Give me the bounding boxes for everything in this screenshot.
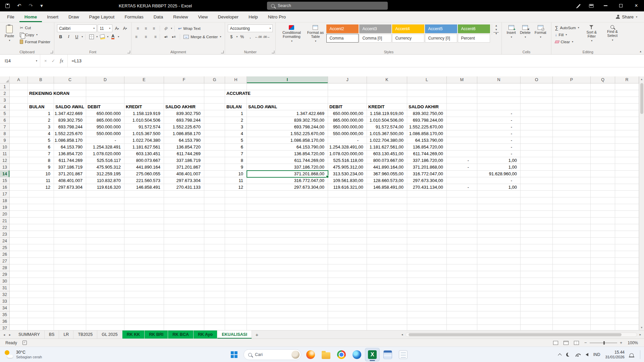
cell-R23[interactable] xyxy=(615,231,639,238)
cell-C10[interactable]: 64.153.790 xyxy=(54,144,86,150)
cell-Q10[interactable] xyxy=(591,144,615,150)
cell-B7[interactable]: 3 xyxy=(28,124,54,130)
cell-O23[interactable] xyxy=(521,231,553,238)
cell-I24[interactable] xyxy=(247,238,328,244)
cell-K21[interactable] xyxy=(367,218,407,224)
row-header-25[interactable]: 25 xyxy=(0,244,10,251)
column-header-E[interactable]: E xyxy=(124,76,164,83)
cell-C12[interactable]: 611.744.269 xyxy=(54,157,86,164)
cell-L14[interactable]: 316.772.047,00 xyxy=(407,171,447,177)
ribbon-tab-nitro-pro[interactable]: Nitro Pro xyxy=(263,11,291,22)
cell-P20[interactable] xyxy=(553,211,591,218)
cell-N16[interactable]: 1,00 xyxy=(477,184,521,191)
new-sheet-button[interactable]: + xyxy=(252,330,262,339)
font-name-combo[interactable]: Calibri▾ xyxy=(57,24,97,32)
cell-Q35[interactable] xyxy=(591,311,615,318)
cell-C26[interactable] xyxy=(54,251,86,258)
cell-J17[interactable] xyxy=(328,191,367,197)
cell-D14[interactable]: 312.259.195 xyxy=(86,171,124,177)
cell-O26[interactable] xyxy=(521,251,553,258)
cell-K12[interactable]: 800.073.667,00 xyxy=(367,157,407,164)
cell-J18[interactable] xyxy=(328,197,367,204)
cell-G12[interactable] xyxy=(204,157,225,164)
cell-J3[interactable] xyxy=(328,97,367,104)
cell-F34[interactable] xyxy=(164,305,204,311)
cell-O28[interactable] xyxy=(521,264,553,271)
cell-D19[interactable] xyxy=(86,204,124,211)
cell-I35[interactable] xyxy=(247,311,328,318)
cell-E25[interactable] xyxy=(124,244,164,251)
cell-J1[interactable] xyxy=(328,83,367,90)
cell-L12[interactable]: 337.186.720,00 xyxy=(407,157,447,164)
cell-B16[interactable]: 12 xyxy=(28,184,54,191)
cell-H2[interactable]: ACCURATE xyxy=(225,90,247,97)
cell-M34[interactable] xyxy=(447,305,477,311)
cell-D4[interactable]: DEBIT xyxy=(86,104,124,110)
cell-C14[interactable]: 371.201.867 xyxy=(54,171,86,177)
cell-B22[interactable] xyxy=(28,224,54,231)
row-header-13[interactable]: 13 xyxy=(0,164,10,171)
column-header-Q[interactable]: Q xyxy=(591,76,615,83)
firefox-taskbar-button[interactable] xyxy=(303,348,318,361)
cell-E12[interactable]: 800.073.667 xyxy=(124,157,164,164)
cell-K27[interactable] xyxy=(367,258,407,264)
cell-O35[interactable] xyxy=(521,311,553,318)
cell-K20[interactable] xyxy=(367,211,407,218)
pen-button[interactable] xyxy=(572,0,585,11)
cell-R32[interactable] xyxy=(615,291,639,298)
cell-R19[interactable] xyxy=(615,204,639,211)
cell-D26[interactable] xyxy=(86,251,124,258)
cell-Q28[interactable] xyxy=(591,264,615,271)
cell-Q17[interactable] xyxy=(591,191,615,197)
cell-J22[interactable] xyxy=(328,224,367,231)
cell-K36[interactable] xyxy=(367,318,407,325)
cell-A6[interactable] xyxy=(10,117,28,124)
cell-B24[interactable] xyxy=(28,238,54,244)
cell-P18[interactable] xyxy=(553,197,591,204)
cell-O5[interactable] xyxy=(521,110,553,117)
cell-L3[interactable] xyxy=(407,97,447,104)
cell-E18[interactable] xyxy=(124,197,164,204)
zoom-level[interactable]: 100% xyxy=(628,341,638,345)
cell-O7[interactable] xyxy=(521,124,553,130)
cell-M25[interactable] xyxy=(447,244,477,251)
cell-P10[interactable] xyxy=(553,144,591,150)
cell-M21[interactable] xyxy=(447,218,477,224)
cell-N13[interactable]: 1,00 xyxy=(477,164,521,171)
cell-J31[interactable] xyxy=(328,285,367,291)
cell-G13[interactable] xyxy=(204,164,225,171)
cell-L23[interactable] xyxy=(407,231,447,238)
increase-decimal-button[interactable]: ←.00 xyxy=(255,33,262,40)
cell-Q9[interactable] xyxy=(591,137,615,144)
cell-H20[interactable] xyxy=(225,211,247,218)
cell-N36[interactable] xyxy=(477,318,521,325)
cell-Q24[interactable] xyxy=(591,238,615,244)
cell-A23[interactable] xyxy=(10,231,28,238)
cell-K2[interactable] xyxy=(367,90,407,97)
cell-B27[interactable] xyxy=(28,258,54,264)
cell-H28[interactable] xyxy=(225,264,247,271)
fill-color-button[interactable] xyxy=(99,33,106,40)
cell-E13[interactable]: 441.890.164 xyxy=(124,164,164,171)
cell-M13[interactable]: - xyxy=(447,164,477,171)
cell-N32[interactable] xyxy=(477,291,521,298)
cell-M4[interactable] xyxy=(447,104,477,110)
align-left-button[interactable]: ≡ xyxy=(134,33,141,40)
row-header-10[interactable]: 10 xyxy=(0,144,10,150)
cell-J2[interactable] xyxy=(328,90,367,97)
ribbon-tab-page-layout[interactable]: Page Layout xyxy=(84,11,120,22)
cell-F29[interactable] xyxy=(164,271,204,278)
cell-R29[interactable] xyxy=(615,271,639,278)
cell-G25[interactable] xyxy=(204,244,225,251)
cell-I6[interactable]: 839.302.750,00 xyxy=(247,117,328,124)
cell-C20[interactable] xyxy=(54,211,86,218)
cell-K17[interactable] xyxy=(367,191,407,197)
cell-D12[interactable]: 525.516.117 xyxy=(86,157,124,164)
cell-O17[interactable] xyxy=(521,191,553,197)
cell-O21[interactable] xyxy=(521,218,553,224)
cell-B31[interactable] xyxy=(28,285,54,291)
cell-P34[interactable] xyxy=(553,305,591,311)
cell-C24[interactable] xyxy=(54,238,86,244)
zoom-in-icon[interactable]: + xyxy=(620,340,623,345)
cell-R2[interactable] xyxy=(615,90,639,97)
